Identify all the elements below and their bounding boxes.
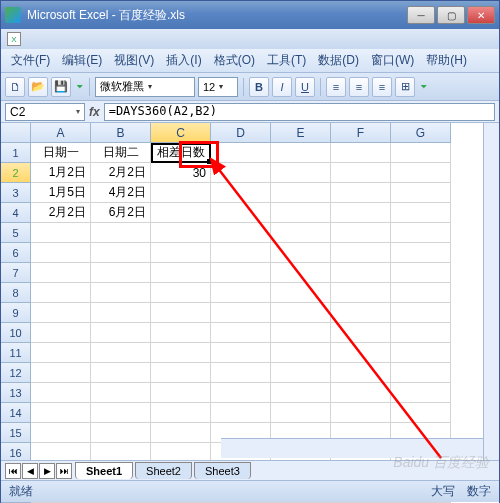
row-header-1[interactable]: 1 (1, 143, 31, 163)
cell-F14[interactable] (331, 403, 391, 423)
cell-D12[interactable] (211, 363, 271, 383)
cell-A1[interactable]: 日期一 (31, 143, 91, 163)
cell-B2[interactable]: 2月2日 (91, 163, 151, 183)
cell-D3[interactable] (211, 183, 271, 203)
cell-C1[interactable]: 相差日数 (151, 143, 211, 163)
cell-C7[interactable] (151, 263, 211, 283)
cell-B15[interactable] (91, 423, 151, 443)
merge-button[interactable]: ⊞ (395, 77, 415, 97)
cell-G1[interactable] (391, 143, 451, 163)
cell-D6[interactable] (211, 243, 271, 263)
cell-D11[interactable] (211, 343, 271, 363)
row-header-4[interactable]: 4 (1, 203, 31, 223)
row-header-12[interactable]: 12 (1, 363, 31, 383)
row-header-7[interactable]: 7 (1, 263, 31, 283)
row-header-15[interactable]: 15 (1, 423, 31, 443)
close-button[interactable]: ✕ (467, 6, 495, 24)
tab-nav-next[interactable]: ▶ (39, 463, 55, 479)
cell-C15[interactable] (151, 423, 211, 443)
cell-D2[interactable] (211, 163, 271, 183)
cell-A6[interactable] (31, 243, 91, 263)
formula-input[interactable]: =DAYS360(A2,B2) (104, 103, 495, 121)
menu-data[interactable]: 数据(D) (312, 50, 365, 71)
menu-insert[interactable]: 插入(I) (160, 50, 207, 71)
cell-G2[interactable] (391, 163, 451, 183)
cell-G4[interactable] (391, 203, 451, 223)
horizontal-scrollbar[interactable] (221, 438, 483, 458)
cell-C11[interactable] (151, 343, 211, 363)
cell-F1[interactable] (331, 143, 391, 163)
cell-B5[interactable] (91, 223, 151, 243)
row-header-13[interactable]: 13 (1, 383, 31, 403)
cell-A5[interactable] (31, 223, 91, 243)
cell-F3[interactable] (331, 183, 391, 203)
cell-D4[interactable] (211, 203, 271, 223)
cell-C3[interactable] (151, 183, 211, 203)
cell-D13[interactable] (211, 383, 271, 403)
cell-G3[interactable] (391, 183, 451, 203)
cell-F12[interactable] (331, 363, 391, 383)
align-left-button[interactable]: ≡ (326, 77, 346, 97)
cell-E14[interactable] (271, 403, 331, 423)
cell-E2[interactable] (271, 163, 331, 183)
cell-E7[interactable] (271, 263, 331, 283)
cell-C5[interactable] (151, 223, 211, 243)
cell-D1[interactable] (211, 143, 271, 163)
menu-help[interactable]: 帮助(H) (420, 50, 473, 71)
cell-C14[interactable] (151, 403, 211, 423)
open-button[interactable]: 📂 (28, 77, 48, 97)
align-center-button[interactable]: ≡ (349, 77, 369, 97)
menu-file[interactable]: 文件(F) (5, 50, 56, 71)
cell-F5[interactable] (331, 223, 391, 243)
cell-D7[interactable] (211, 263, 271, 283)
cell-E12[interactable] (271, 363, 331, 383)
fx-icon[interactable]: fx (89, 105, 100, 119)
cell-E1[interactable] (271, 143, 331, 163)
cell-B3[interactable]: 4月2日 (91, 183, 151, 203)
tab-sheet3[interactable]: Sheet3 (194, 462, 251, 479)
cell-G14[interactable] (391, 403, 451, 423)
cell-E13[interactable] (271, 383, 331, 403)
cell-E5[interactable] (271, 223, 331, 243)
cell-A11[interactable] (31, 343, 91, 363)
underline-button[interactable]: U (295, 77, 315, 97)
tab-nav-first[interactable]: ⏮ (5, 463, 21, 479)
cell-E11[interactable] (271, 343, 331, 363)
row-header-5[interactable]: 5 (1, 223, 31, 243)
cell-A13[interactable] (31, 383, 91, 403)
bold-button[interactable]: B (249, 77, 269, 97)
col-header-D[interactable]: D (211, 123, 271, 143)
cell-A12[interactable] (31, 363, 91, 383)
cell-G11[interactable] (391, 343, 451, 363)
cell-D9[interactable] (211, 303, 271, 323)
menu-window[interactable]: 窗口(W) (365, 50, 420, 71)
cell-E10[interactable] (271, 323, 331, 343)
row-header-8[interactable]: 8 (1, 283, 31, 303)
cell-C13[interactable] (151, 383, 211, 403)
cell-A9[interactable] (31, 303, 91, 323)
cell-D8[interactable] (211, 283, 271, 303)
cell-C9[interactable] (151, 303, 211, 323)
cell-B14[interactable] (91, 403, 151, 423)
new-button[interactable]: 🗋 (5, 77, 25, 97)
tab-sheet1[interactable]: Sheet1 (75, 462, 133, 479)
tab-nav-last[interactable]: ⏭ (56, 463, 72, 479)
cell-F11[interactable] (331, 343, 391, 363)
cell-F4[interactable] (331, 203, 391, 223)
cell-F9[interactable] (331, 303, 391, 323)
cell-A7[interactable] (31, 263, 91, 283)
cell-D5[interactable] (211, 223, 271, 243)
cell-A10[interactable] (31, 323, 91, 343)
menu-edit[interactable]: 编辑(E) (56, 50, 108, 71)
cell-E8[interactable] (271, 283, 331, 303)
cell-F10[interactable] (331, 323, 391, 343)
tab-nav-prev[interactable]: ◀ (22, 463, 38, 479)
vertical-scrollbar[interactable] (483, 123, 499, 460)
menu-tools[interactable]: 工具(T) (261, 50, 312, 71)
cell-G10[interactable] (391, 323, 451, 343)
cell-B10[interactable] (91, 323, 151, 343)
cell-B11[interactable] (91, 343, 151, 363)
cell-A4[interactable]: 2月2日 (31, 203, 91, 223)
cell-G5[interactable] (391, 223, 451, 243)
toolbar-overflow-icon[interactable]: ⏷ (76, 82, 84, 91)
